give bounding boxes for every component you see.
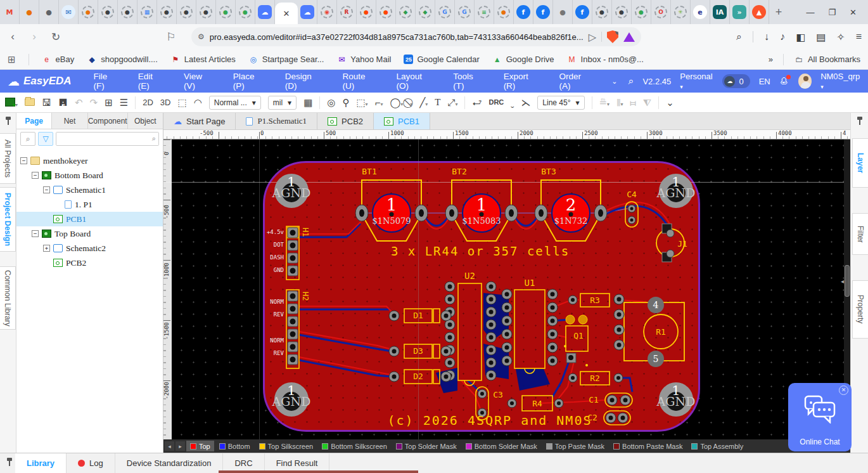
sleeping-tree-3-favicon[interactable]: ● [632, 0, 651, 24]
tree-node-schematic1[interactable]: −Schematic1 [16, 183, 163, 197]
keepout-tool[interactable]: ⃠▾ [410, 98, 412, 107]
battery-note-text[interactable]: 3 x LR44 or 357 cells [385, 245, 575, 258]
pin-label[interactable]: REV [257, 312, 284, 318]
layers-scroll-right-icon[interactable]: ▸ [176, 441, 185, 451]
sleeping-google-1-favicon[interactable]: G [435, 0, 455, 24]
rail-project-design[interactable]: Project Design [0, 187, 16, 252]
ref-bt2[interactable]: BT2 [447, 167, 472, 176]
pin-label[interactable]: DOT [257, 242, 284, 249]
panel-collapse-arrow-icon[interactable]: ◂ [841, 278, 844, 285]
align-button[interactable]: ≞▾ [599, 98, 610, 107]
notifications-bell-icon[interactable]: 🕭 [779, 75, 789, 87]
sleeping-reddit-2-favicon[interactable]: ● [376, 0, 396, 24]
shopping-bag-favicon[interactable]: ● [20, 0, 39, 24]
easyeda-cloud-favicon[interactable]: ☁ [255, 0, 275, 24]
username-menu[interactable]: NM0S_qrp ▾ [820, 72, 860, 91]
layer-bottom-paste-mask[interactable]: Bottom Paste Mask [610, 441, 686, 451]
rail-filter[interactable]: Filter [852, 213, 868, 255]
sleeping-site-1-favicon[interactable]: ● [98, 0, 118, 24]
tree-node-pcb2[interactable]: PCB2 [16, 256, 163, 270]
dock-tab-library[interactable]: Library [15, 453, 67, 473]
net-name[interactable]: $1N732 [547, 217, 595, 226]
sleeping-calendar-favicon[interactable]: ▦ [137, 0, 157, 24]
url-box[interactable]: ⚙ pro.easyeda.com/editor#id=a37e02722f03… [191, 27, 641, 46]
tree-node-pcb1[interactable]: PCB1 [16, 212, 163, 226]
zoom-region-button[interactable]: ⬚ [177, 98, 186, 107]
facebook-2-favicon[interactable]: f [533, 0, 553, 24]
dock-tab-device-standardization[interactable]: Device Standardization [115, 453, 224, 473]
import-changes-button[interactable]: ⮐ [472, 98, 482, 107]
doc-tab-pcb1[interactable]: PCB1 [374, 113, 430, 129]
ref-r4[interactable]: R4 [522, 399, 552, 408]
sleeping-sheets-favicon[interactable]: ≡ [475, 0, 494, 24]
menu-icon[interactable]: ≡ [856, 31, 862, 42]
easyeda-cloud-2-favicon[interactable]: ☁ [298, 0, 317, 24]
sleeping-reddit-1-favicon[interactable]: ● [357, 0, 376, 24]
layer-bottom-solder-mask[interactable]: Bottom Solder Mask [462, 441, 541, 451]
pin-label[interactable]: +4.5v [257, 230, 284, 236]
layers-scroll-left-icon[interactable]: ◂ [165, 441, 174, 451]
text-tool[interactable]: T [435, 98, 440, 107]
drc-button[interactable]: DRC [488, 99, 504, 106]
tab-page[interactable]: Page [16, 113, 52, 129]
open-button[interactable] [25, 98, 35, 107]
flip-vertical-button[interactable]: ⧨ [643, 98, 651, 107]
facebook-1-favicon[interactable]: f [514, 0, 533, 24]
bookmarks-overflow[interactable]: » [769, 55, 773, 64]
expander-icon[interactable]: − [32, 172, 39, 179]
menu-route[interactable]: Route (U) [334, 72, 385, 91]
dimension-tool[interactable]: ⤢▾ [447, 98, 457, 107]
pad-tool[interactable]: ◎ [327, 98, 335, 107]
pin-icon[interactable] [9, 460, 10, 466]
sidebar-icon[interactable]: ◧ [796, 31, 805, 43]
archive-favicon[interactable]: e [691, 0, 710, 24]
pin-label[interactable]: NORM [257, 338, 284, 344]
sleeping-site-4-favicon[interactable]: ● [177, 0, 196, 24]
menu-view[interactable]: View (V) [176, 72, 222, 91]
ref-d1[interactable]: D1 [405, 311, 431, 320]
distribute-button[interactable]: ⫴▾ [616, 98, 623, 107]
sleeping-site-5-favicon[interactable]: ● [196, 0, 216, 24]
coins-pill[interactable]: ☁0 [722, 74, 750, 88]
ref-bt3[interactable]: BT3 [536, 167, 561, 176]
doc-tab-pcb2[interactable]: PCB2 [317, 113, 374, 129]
ref-h1[interactable]: H1 [301, 228, 309, 236]
layer-top-silkscreen[interactable]: Top Silkscreen [255, 441, 317, 451]
agnd-label[interactable]: AGND [257, 395, 326, 408]
tab-object[interactable]: Object [128, 113, 163, 129]
ref-j1[interactable]: J1 [674, 240, 691, 249]
back-icon[interactable]: ‹ [6, 30, 19, 43]
sleeping-bag-favicon[interactable]: ● [79, 0, 98, 24]
board-preview-button[interactable]: ◠ [194, 98, 202, 107]
restore-icon[interactable]: ❐ [828, 8, 836, 17]
iowa-favicon[interactable]: IA [710, 0, 730, 24]
brave-shield-icon[interactable]: 1 [607, 30, 618, 43]
rail-layer[interactable]: Layer [852, 138, 868, 188]
menu-place[interactable]: Place (P) [225, 72, 274, 91]
search-list-button[interactable]: ☰ [120, 98, 128, 107]
layer-top-paste-mask[interactable]: Top Paste Mask [542, 441, 608, 451]
global-search-icon[interactable]: ⌕ [628, 75, 634, 87]
dock-tab-log[interactable]: Log [67, 453, 115, 473]
menu-layout[interactable]: Layout (O) [388, 72, 442, 91]
save-all-button[interactable]: 🖪 [58, 98, 68, 107]
view-2d-button[interactable]: 2D [143, 98, 153, 107]
apps-grid-icon[interactable]: ⊞ [8, 54, 16, 65]
tab-component[interactable]: Component [88, 113, 128, 129]
menu-edit[interactable]: Edit (E) [130, 72, 173, 91]
pin-icon[interactable] [859, 119, 860, 125]
line-mode-select[interactable]: Line 45°▾ [537, 96, 584, 110]
net-button[interactable]: ˬ [511, 98, 514, 107]
layer-bottom[interactable]: Bottom [215, 441, 254, 451]
flip-horizontal-button[interactable]: ⧦ [630, 98, 635, 107]
wallet-icon[interactable]: ▤ [816, 31, 826, 43]
bookmark-yahoo-mail[interactable]: ✉Yahoo Mail [336, 55, 391, 64]
facebook-3-favicon[interactable]: f [573, 0, 592, 24]
doc-tab-schematic1[interactable]: P1.Schematic1 [236, 113, 317, 129]
wayback-favicon[interactable]: » [730, 0, 750, 24]
minimize-icon[interactable]: — [806, 8, 814, 17]
new-pcb-button[interactable]: ▾ [5, 98, 18, 108]
sleeping-tree-2-favicon[interactable]: ● [236, 0, 255, 24]
r1-pad-4[interactable]: 4 [651, 301, 661, 310]
pin-label[interactable]: NORM [257, 299, 284, 306]
